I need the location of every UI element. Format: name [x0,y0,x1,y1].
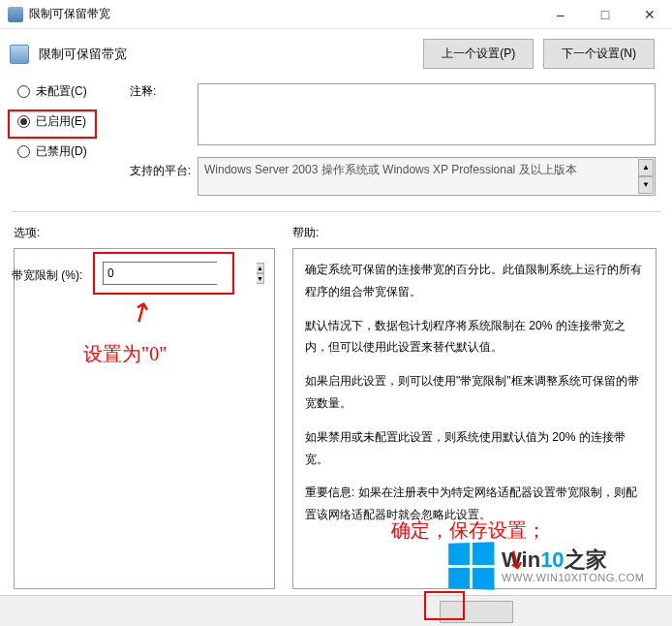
options-panel [14,248,275,589]
minimize-button[interactable]: – [538,0,583,29]
spin-down-button[interactable]: ▼ [638,176,654,194]
options-section-label: 选项: [14,225,40,241]
config-state-group: 未配置(C) 已启用(E) 已禁用(D) [17,83,87,160]
spin-up-button[interactable]: ▲ [638,159,654,176]
radio-label: 已启用(E) [36,113,86,130]
radio-icon [17,145,30,158]
radio-label: 未配置(C) [36,83,87,100]
help-paragraph: 默认情况下，数据包计划程序将系统限制在 20% 的连接带宽之内，但可以使用此设置… [305,315,644,360]
help-panel: 确定系统可保留的连接带宽的百分比。此值限制系统上运行的所有程序的组合带宽保留。 … [292,248,657,589]
help-paragraph: 如果禁用或未配置此设置，则系统使用默认值为 20% 的连接带宽。 [305,426,644,471]
radio-enabled[interactable]: 已启用(E) [17,113,87,130]
help-section-label: 帮助: [292,225,319,241]
previous-setting-button[interactable]: 上一个设置(P) [423,39,534,69]
policy-icon [10,45,29,64]
ok-button[interactable] [440,601,513,623]
next-setting-button[interactable]: 下一个设置(N) [543,39,655,69]
header-row: 限制可保留带宽 上一个设置(P) 下一个设置(N) [0,29,672,82]
supported-platform-box: Windows Server 2003 操作系统或 Windows XP Pro… [198,157,656,196]
titlebar: 限制可保留带宽 – □ ✕ [0,0,672,29]
maximize-button[interactable]: □ [583,0,627,29]
close-button[interactable]: ✕ [627,0,672,29]
comment-textarea[interactable] [198,83,656,145]
divider [12,211,660,212]
radio-label: 已禁用(D) [36,143,87,160]
bandwidth-limit-stepper[interactable]: ▲ ▼ [103,262,217,285]
supported-spin: ▲ ▼ [638,159,654,194]
spin-down-button[interactable]: ▼ [257,273,264,284]
help-paragraph: 如果启用此设置，则可以使用"带宽限制"框来调整系统可保留的带宽数量。 [305,370,644,415]
window-title: 限制可保留带宽 [29,6,538,22]
supported-platform-text: Windows Server 2003 操作系统或 Windows XP Pro… [204,162,577,178]
radio-icon [17,115,30,128]
spin-up-button[interactable]: ▲ [257,263,264,273]
help-paragraph: 确定系统可保留的连接带宽的百分比。此值限制系统上运行的所有程序的组合带宽保留。 [305,259,644,303]
radio-icon [17,85,30,98]
radio-not-configured[interactable]: 未配置(C) [17,83,87,100]
comment-label: 注释: [130,83,156,100]
bandwidth-limit-input[interactable] [104,263,257,284]
bandwidth-limit-label: 带宽限制 (%): [12,267,82,284]
dialog-button-bar [0,595,672,626]
help-paragraph: 重要信息: 如果在注册表中为特定网络适配器设置带宽限制，则配置该网络适配器时就会… [305,482,644,526]
app-icon [8,7,23,22]
radio-disabled[interactable]: 已禁用(D) [17,143,87,160]
page-title: 限制可保留带宽 [39,46,413,63]
supported-label: 支持的平台: [128,163,191,179]
